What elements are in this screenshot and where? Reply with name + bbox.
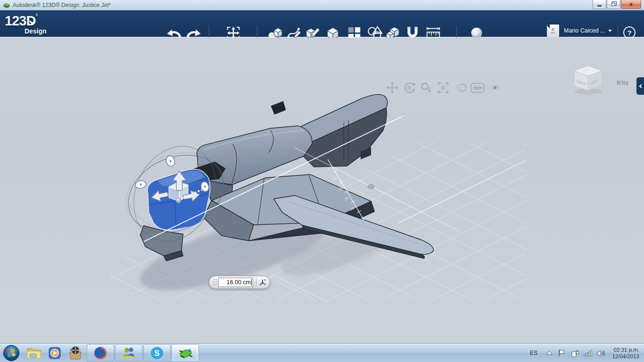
zoom-icon	[420, 82, 432, 94]
skype-icon: S	[149, 346, 165, 361]
show-hidden-icons-button[interactable]	[546, 351, 553, 355]
fit-button[interactable]	[437, 81, 450, 94]
main-toolbar: 123D® Design	[0, 10, 644, 38]
dimension-input[interactable]: 16.00 cm	[218, 278, 253, 287]
chevron-up-icon	[546, 351, 553, 355]
view-cube[interactable]: TOP BACK LEFT	[574, 66, 603, 95]
chevron-left-icon	[639, 84, 643, 88]
popover-separator	[256, 278, 256, 287]
logo-subtitle: Design	[25, 27, 47, 35]
taskbar-messenger-button[interactable]	[115, 344, 142, 362]
restore-icon	[611, 3, 615, 6]
kits-panel-toggle[interactable]	[636, 77, 644, 95]
user-menu[interactable]: Mario Caiced ...	[547, 25, 612, 37]
clock-date: 12/04/2013	[612, 353, 639, 360]
taskbar-firefox-button[interactable]	[87, 344, 114, 362]
user-caret-icon	[608, 30, 612, 32]
dimension-popover: 16.00 cm	[209, 276, 270, 289]
clock-time: 02:31 p.m.	[612, 346, 639, 353]
viewport-canvas[interactable]: 5 10 15 20 25 TOP BACK LEFT	[0, 38, 644, 343]
minimize-button[interactable]	[593, 0, 606, 9]
flag-icon	[557, 349, 566, 357]
visibility-button[interactable]	[488, 81, 502, 94]
units-button[interactable]: mm	[471, 83, 485, 93]
taskbar: S ES	[0, 343, 644, 362]
kits-panel-label: Kits	[617, 79, 629, 86]
help-button[interactable]: ?	[623, 26, 636, 39]
window-title: Autodesk® 123D® Design: Justice Jet*	[13, 2, 111, 8]
messenger-icon	[121, 346, 136, 360]
person-icon	[549, 27, 557, 34]
close-button[interactable]: x	[621, 0, 641, 9]
taskbar-explorer-button[interactable]	[24, 344, 44, 362]
fit-icon	[437, 82, 449, 94]
widget-center-handle	[176, 198, 181, 203]
language-indicator[interactable]: ES	[530, 350, 538, 356]
games-folder-icon	[67, 346, 83, 361]
clock[interactable]: 02:31 p.m. 12/04/2013	[612, 346, 639, 360]
app-icon	[3, 2, 10, 8]
help-icon: ?	[627, 29, 631, 37]
system-tray: ES	[530, 344, 644, 362]
power-button[interactable]	[570, 349, 579, 357]
restore-button[interactable]	[607, 0, 620, 9]
triad-icon[interactable]	[258, 278, 267, 287]
view-navbar: mm	[386, 81, 502, 94]
pan-button[interactable]	[386, 81, 399, 94]
speaker-icon	[597, 350, 605, 357]
firefox-icon	[93, 346, 108, 361]
close-icon: x	[629, 1, 633, 8]
svg-text:5: 5	[327, 166, 331, 171]
action-center-button[interactable]	[557, 349, 566, 357]
pan-icon	[386, 82, 398, 94]
taskbar-mediaplayer-button[interactable]	[44, 344, 65, 362]
start-button[interactable]	[3, 345, 20, 362]
minimize-icon	[597, 5, 602, 7]
taskbar-games-button[interactable]	[65, 344, 86, 362]
window-titlebar[interactable]: Autodesk® 123D® Design: Justice Jet* x	[0, 0, 644, 10]
shade-icon	[454, 82, 466, 94]
avatar	[547, 25, 559, 37]
orbit-icon	[403, 82, 415, 94]
taskbar-skype-button[interactable]: S	[143, 344, 171, 362]
svg-text:10: 10	[332, 176, 338, 181]
network-button[interactable]	[584, 350, 592, 356]
network-signal-icon	[584, 350, 592, 356]
media-player-icon	[47, 346, 62, 361]
text-caret	[251, 279, 252, 286]
viewport[interactable]: 5 10 15 20 25 TOP BACK LEFT	[0, 38, 644, 343]
logo-registered: ®	[35, 13, 38, 16]
svg-text:S: S	[154, 349, 159, 358]
visibility-icon	[489, 83, 501, 92]
orbit-button[interactable]	[403, 81, 416, 94]
zoom-button[interactable]	[420, 81, 433, 94]
shade-button[interactable]	[454, 81, 467, 94]
drag-handle[interactable]	[213, 279, 217, 286]
explorer-icon	[26, 346, 42, 360]
volume-button[interactable]	[597, 350, 605, 357]
app-123d-icon	[177, 346, 194, 360]
power-plug-icon	[570, 349, 579, 357]
user-name: Mario Caiced ...	[564, 27, 605, 34]
taskbar-123d-button[interactable]	[172, 344, 199, 362]
app-menu-chevron-icon[interactable]	[30, 17, 34, 25]
